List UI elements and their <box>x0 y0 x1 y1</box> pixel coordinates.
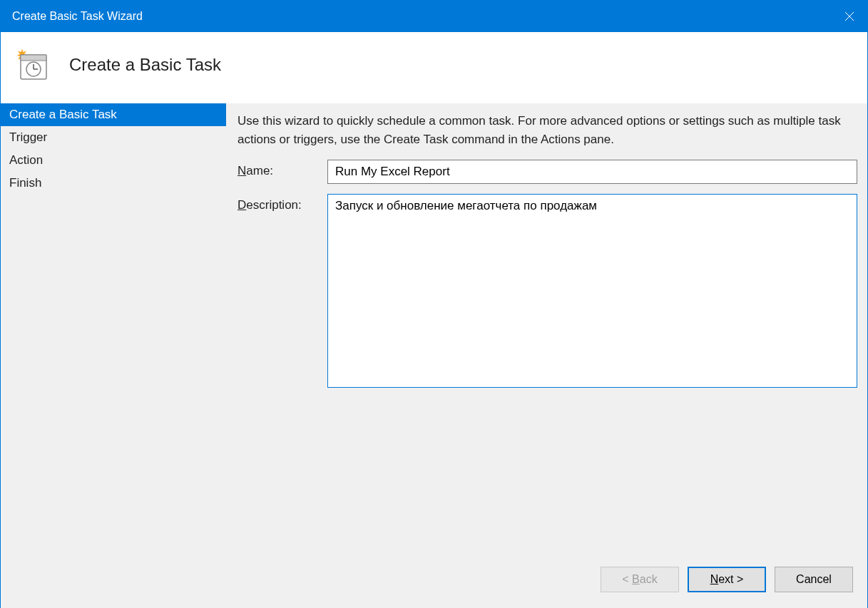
description-input[interactable] <box>327 194 857 388</box>
back-button: < Back <box>601 567 679 592</box>
step-create-basic-task[interactable]: Create a Basic Task <box>1 103 226 126</box>
content-area: Create a Basic Task Trigger Action Finis… <box>1 103 867 552</box>
cancel-button[interactable]: Cancel <box>775 567 853 592</box>
name-input[interactable] <box>327 160 857 184</box>
wizard-icon <box>15 48 49 82</box>
wizard-footer: < Back Next > Cancel <box>1 551 867 608</box>
wizard-header: Create a Basic Task <box>1 32 867 103</box>
description-label: Description: <box>238 194 327 212</box>
step-action[interactable]: Action <box>1 149 226 172</box>
wizard-steps-sidebar: Create a Basic Task Trigger Action Finis… <box>1 103 226 552</box>
step-finish[interactable]: Finish <box>1 172 226 195</box>
next-button[interactable]: Next > <box>688 567 766 592</box>
close-icon <box>844 11 854 21</box>
name-label: Name: <box>238 160 327 178</box>
name-row: Name: <box>238 160 857 184</box>
close-button[interactable] <box>832 1 867 32</box>
main-panel: Use this wizard to quickly schedule a co… <box>226 103 867 552</box>
description-row: Description: <box>238 194 857 388</box>
step-trigger[interactable]: Trigger <box>1 126 226 149</box>
titlebar: Create Basic Task Wizard <box>1 1 867 32</box>
instructions-text: Use this wizard to quickly schedule a co… <box>238 112 857 150</box>
svg-rect-4 <box>21 55 46 61</box>
window-title: Create Basic Task Wizard <box>12 10 143 23</box>
page-title: Create a Basic Task <box>69 55 221 75</box>
